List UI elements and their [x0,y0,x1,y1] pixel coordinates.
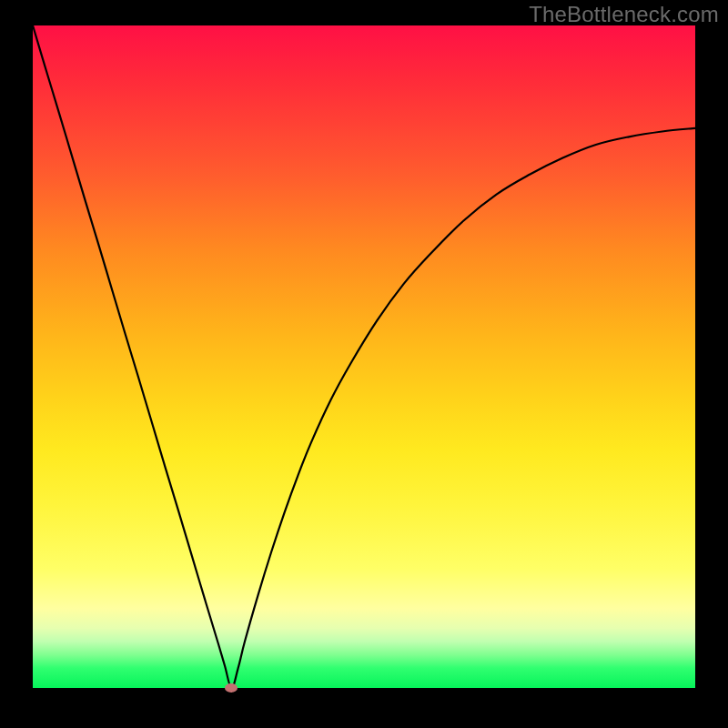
minimum-marker [225,683,238,693]
chart-container: TheBottleneck.com [0,0,728,728]
watermark-text: TheBottleneck.com [529,2,719,27]
plot-area [33,25,695,688]
bottleneck-curve [33,25,695,688]
